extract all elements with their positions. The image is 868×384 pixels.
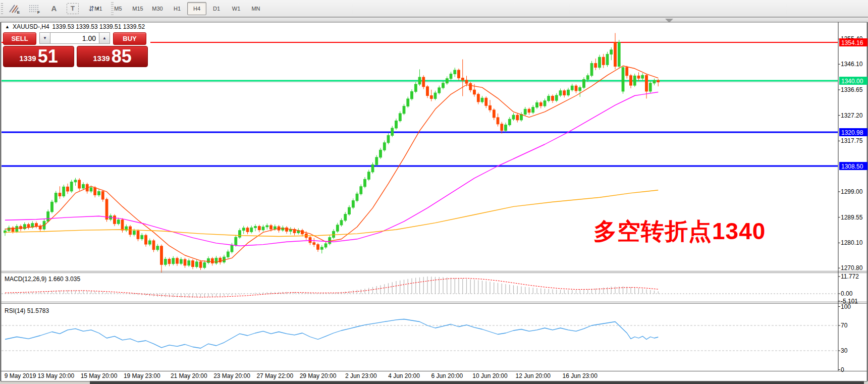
candle-body — [563, 91, 566, 95]
candle-body — [340, 221, 343, 225]
candle-body — [379, 150, 382, 157]
candle-body — [137, 231, 139, 239]
y-tick-label: 1327.20 — [841, 112, 863, 119]
support-line-2-badge-text: 1308.50 — [841, 163, 863, 170]
candle-body — [505, 125, 507, 130]
candle-body — [235, 237, 237, 245]
date-label: 23 May 20:00 — [213, 372, 250, 379]
candle-body — [657, 80, 660, 82]
sell-price-display[interactable]: 1339 51 — [3, 46, 74, 67]
pivot-line-badge-text: 1340.00 — [841, 78, 863, 85]
candle-body — [47, 212, 49, 222]
candle-body — [528, 109, 530, 112]
candle-body — [250, 228, 253, 232]
candle-body — [606, 54, 609, 65]
candle-body — [172, 258, 175, 264]
date-label: 10 Jun 20:00 — [472, 372, 508, 379]
collapse-triangle-icon[interactable]: ▲ — [5, 24, 10, 29]
candle-body — [246, 228, 249, 232]
candle-body — [242, 228, 245, 231]
volume-increase-button[interactable]: ▲ — [99, 32, 110, 44]
candle-body — [497, 118, 499, 124]
candle-body — [78, 180, 81, 188]
resistance-line-badge-text: 1354.16 — [841, 39, 863, 46]
candle-body — [461, 78, 464, 80]
candle-body — [512, 115, 515, 119]
candle-body — [407, 99, 409, 106]
volume-input[interactable] — [50, 32, 99, 44]
candle-body — [418, 77, 421, 84]
candle-body — [180, 259, 182, 263]
candle-body — [559, 91, 562, 95]
candle-body — [133, 231, 135, 235]
candle-body — [286, 228, 288, 231]
candle-body — [575, 86, 577, 91]
rsi-tick-label: 0 — [841, 366, 844, 373]
candle-body — [35, 224, 38, 226]
candle-body — [320, 247, 323, 249]
candle-body — [39, 226, 41, 229]
candle-body — [199, 262, 202, 267]
macd-tick-label: 11.772 — [841, 273, 859, 280]
candle-body — [207, 258, 210, 262]
buy-price-display[interactable]: 1339 85 — [77, 46, 148, 67]
date-label: 15 May 20:00 — [81, 372, 118, 379]
candle-body — [599, 57, 601, 67]
candle-body — [641, 75, 644, 78]
candle-body — [145, 235, 147, 244]
candle-body — [536, 102, 538, 107]
candle-body — [82, 184, 85, 188]
candle-body — [489, 105, 492, 110]
y-tick-label: 1336.65 — [841, 86, 863, 93]
candle-body — [630, 76, 632, 85]
candle-body — [101, 191, 104, 199]
candle-body — [356, 194, 358, 200]
candle-body — [27, 225, 30, 227]
candle-body — [371, 164, 374, 172]
candle-body — [414, 84, 417, 92]
candle-body — [465, 80, 468, 83]
candle-body — [227, 252, 229, 257]
buy-price-main: 1339 — [93, 52, 110, 65]
candle-body — [469, 83, 472, 90]
candle-body — [411, 91, 413, 99]
candle-body — [90, 188, 92, 191]
date-label: 19 May 23:00 — [124, 372, 160, 379]
candle-body — [539, 102, 542, 105]
buy-button[interactable]: BUY — [113, 32, 146, 45]
candle-body — [184, 259, 186, 265]
candle-body — [442, 83, 445, 88]
candle-body — [352, 201, 354, 207]
candle-body — [649, 83, 652, 91]
volume-decrease-button[interactable]: ▼ — [39, 32, 50, 44]
date-label: 4 Jun 20:00 — [388, 372, 420, 379]
candle-body — [375, 157, 378, 165]
candle-body — [571, 86, 573, 90]
candle-body — [430, 96, 432, 99]
date-label: 16 Jun 23:00 — [563, 372, 598, 379]
date-label: 27 May 22:00 — [256, 372, 293, 379]
candle-body — [266, 226, 268, 227]
candle-body — [387, 135, 390, 143]
ma-mid — [5, 92, 658, 246]
candle-body — [239, 231, 241, 237]
candle-body — [152, 241, 155, 250]
sell-button[interactable]: SELL — [3, 32, 36, 45]
candle-body — [254, 227, 257, 228]
candle-body — [114, 216, 116, 224]
candle-body — [329, 238, 331, 244]
candle-body — [156, 246, 159, 250]
candle-body — [51, 202, 53, 211]
candle-body — [473, 90, 476, 94]
candle-body — [344, 214, 347, 221]
candle-body — [438, 88, 441, 93]
support-line-1-badge-text: 1320.98 — [841, 129, 863, 136]
date-label: 12 Jun 20:00 — [516, 372, 551, 379]
mt4-window: E F A T ⇵ ▾ M1M5M15M30H1H4D1W1MN — [0, 0, 868, 384]
candle-body — [70, 182, 73, 191]
rsi-tick-label: 100 — [841, 303, 851, 310]
candle-body — [367, 172, 370, 180]
candle-body — [262, 227, 264, 230]
candle-body — [583, 79, 585, 87]
y-tick-label: 1346.10 — [841, 61, 863, 68]
